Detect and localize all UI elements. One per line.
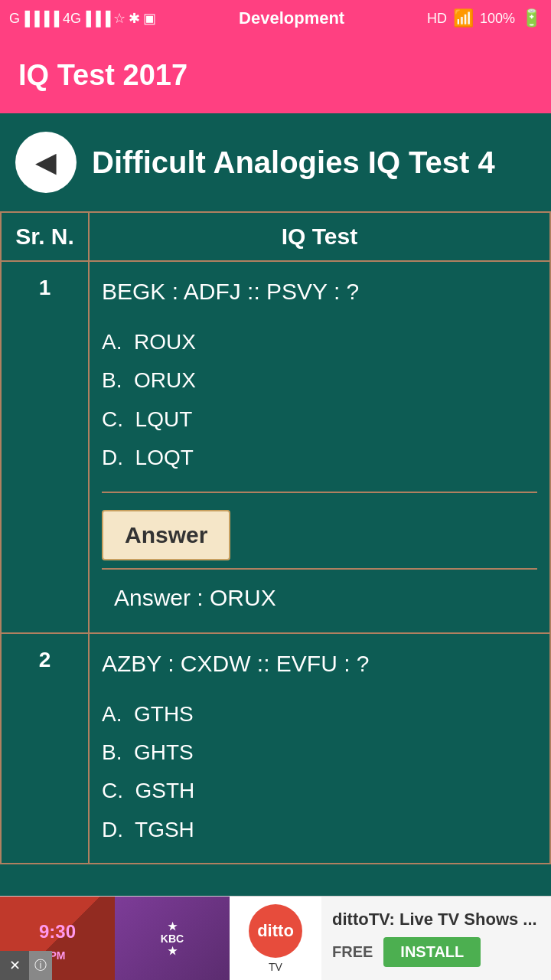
status-right: HD 📶 100% 🔋: [427, 8, 542, 28]
ad-close-button[interactable]: ✕: [0, 951, 29, 980]
hd-label: HD: [427, 11, 447, 27]
status-left: G▐▐▐▐ 4G▐▐▐ ☆ ✱ ▣: [9, 10, 156, 27]
srno-cell: 2: [1, 633, 89, 864]
ditto-logo: ditto TV: [230, 897, 321, 981]
col-srno-header: Sr. N.: [1, 212, 89, 261]
ditto-label: TV: [269, 961, 282, 973]
ad-banner: ✕ ⓘ 9:30PM ★KBC★ ditto TV dittoTV: Live …: [0, 896, 551, 980]
option-c: C. LQUT: [102, 400, 537, 439]
question-cell: BEGK : ADFJ :: PSVY : ? A. ROUX B. ORUX …: [89, 261, 550, 633]
option-a: A. ROUX: [102, 323, 537, 361]
signal-icon: G▐▐▐▐ 4G▐▐▐: [9, 11, 110, 27]
status-center: Development: [239, 8, 344, 28]
title-row: ◀ Difficult Analogies IQ Test 4: [0, 113, 551, 211]
option-b: B. ORUX: [102, 361, 537, 400]
battery-label: 100%: [480, 11, 515, 27]
status-bar: G▐▐▐▐ 4G▐▐▐ ☆ ✱ ▣ Development HD 📶 100% …: [0, 0, 551, 37]
ad-text-section: dittoTV: Live TV Shows ... FREE INSTALL: [321, 902, 551, 975]
question-text: AZBY : CXDW :: EVFU : ?: [102, 648, 537, 680]
section-title: Difficult Analogies IQ Test 4: [92, 144, 495, 181]
ad-image-2: ★KBC★: [115, 897, 230, 981]
option-d: D. TGSH: [102, 811, 537, 849]
battery-icon: 🔋: [521, 8, 542, 28]
ad-title: dittoTV: Live TV Shows ...: [332, 910, 540, 929]
answer-button[interactable]: Answer: [102, 510, 230, 560]
answer-reveal: Answer : ORUX: [102, 570, 537, 619]
ad-install-button[interactable]: INSTALL: [383, 937, 481, 967]
option-c: C. GSTH: [102, 772, 537, 810]
info-icon: ⓘ: [34, 958, 47, 974]
app-bar: IQ Test 2017: [0, 37, 551, 113]
question-cell: AZBY : CXDW :: EVFU : ? A. GTHS B. GHTS …: [89, 633, 550, 864]
app-title: IQ Test 2017: [18, 59, 187, 92]
answer-section: Answer Answer : ORUX: [102, 492, 537, 619]
back-button[interactable]: ◀: [15, 132, 77, 193]
option-a: A. GTHS: [102, 695, 537, 733]
tools-icon: ✱: [129, 10, 140, 27]
table-row: 1 BEGK : ADFJ :: PSVY : ? A. ROUX B. ORU…: [1, 261, 550, 633]
option-b: B. GHTS: [102, 733, 537, 772]
dev-icon: ▣: [143, 10, 156, 27]
col-iq-header: IQ Test: [89, 212, 550, 261]
wifi-icon: 📶: [453, 8, 474, 28]
question-text: BEGK : ADFJ :: PSVY : ?: [102, 276, 537, 308]
ad-info-button[interactable]: ⓘ: [29, 951, 52, 980]
option-d: D. LOQT: [102, 439, 537, 477]
ad-free-label: FREE: [332, 943, 373, 961]
answer-btn-row: Answer: [102, 502, 537, 570]
ditto-circle-icon: ditto: [249, 904, 302, 958]
table-row: 2 AZBY : CXDW :: EVFU : ? A. GTHS B. GHT…: [1, 633, 550, 864]
close-icon: ✕: [9, 957, 21, 974]
srno-cell: 1: [1, 261, 89, 633]
usb-icon: ☆: [113, 10, 126, 27]
back-arrow-icon: ◀: [35, 149, 57, 176]
main-content: ◀ Difficult Analogies IQ Test 4 Sr. N. I…: [0, 113, 551, 917]
iq-table: Sr. N. IQ Test 1 BEGK : ADFJ :: PSVY : ?…: [0, 211, 551, 864]
ad-buttons: FREE INSTALL: [332, 937, 540, 967]
